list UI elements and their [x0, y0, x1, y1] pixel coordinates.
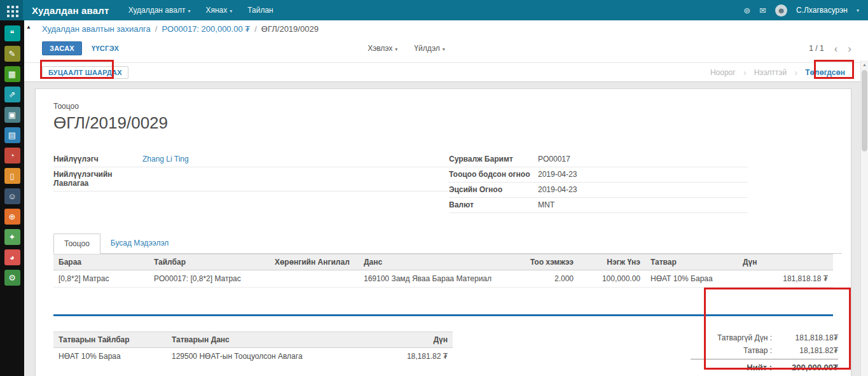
breadcrumb: Худалдан авалтын захиалга / PO00017: 200… [42, 24, 319, 34]
field-group-left: Нийлүүлэгч Zhang Li Ting Нийлүүлэгчийн Л… [53, 152, 449, 213]
status-draft[interactable]: Ноорог [710, 68, 736, 77]
ask-refund-button[interactable]: БУЦААЛТ ШААРДАХ [42, 66, 128, 79]
statusbar: БУЦААЛТ ШААРДАХ Ноорог › Нээлттэй › Төлө… [24, 62, 868, 82]
col-description: Тайлбар [149, 254, 270, 270]
vendor-reference-label: Нийлүүлэгчийн Лавлагаа [53, 170, 142, 188]
invoice-date-value: 2019-04-23 [538, 170, 748, 179]
invoice-line-row[interactable]: [0,8*2] Матрас PO00017: [0,8*2] Матрас 1… [53, 270, 833, 288]
col-tax-description: Татварын Тайлбар [53, 332, 167, 347]
notebook-tabs: Тооцоо Бусад Мэдээлэл [53, 233, 842, 254]
pager-next-icon[interactable]: › [848, 43, 851, 54]
col-amount: Дүн [738, 254, 833, 270]
total-amount-row: Нийт : 200,000.00₮ [691, 359, 838, 374]
menu-control[interactable]: Хянах▾ [205, 6, 232, 15]
menu-purchases[interactable]: Худалдан авалт▾ [128, 6, 191, 15]
pager-previous-icon[interactable]: ‹ [834, 43, 838, 54]
main-menu: Худалдан авалт▾ Хянах▾ Тайлан [128, 6, 273, 15]
vertical-scrollbar[interactable]: ▲ [860, 60, 868, 376]
status-open[interactable]: Нээлттэй [754, 68, 787, 77]
field-row-currency: Валют MNT [449, 198, 748, 213]
vendor-reference-value [142, 170, 449, 188]
scrollbar-thumb[interactable] [862, 70, 867, 151]
col-quantity: Тоо хэмжээ [518, 254, 579, 270]
scrollbar-up-icon[interactable]: ▲ [861, 60, 868, 67]
tab-other-info[interactable]: Бусад Мэдээлэл [100, 233, 179, 253]
col-account: Данс [359, 254, 518, 270]
tax-amount-value: 18,181.82₮ [780, 346, 838, 355]
blue-divider-top [53, 314, 833, 316]
cell-asset-category [270, 270, 359, 287]
grid-dots [7, 6, 10, 8]
tax-line-row[interactable]: НӨАТ 10% Бараа 129500 НӨАТ-ын Тооцуолсон… [53, 348, 453, 365]
col-unit-price: Нэгж Үнэ [579, 254, 645, 270]
field-row-invoice-date: Тооцоо бодсон огноо 2019-04-23 [449, 167, 748, 183]
tax-amount-row: Татвар : 18,181.82₮ [691, 344, 838, 357]
bottom-section: Татварын Тайлбар Татварын Данс Дүн НӨАТ … [53, 331, 842, 376]
app-icon-settings[interactable]: ⚙ [4, 270, 20, 286]
cell-tax-description: НӨАТ 10% Бараа [53, 348, 167, 365]
messages-icon[interactable]: ✉ [759, 6, 766, 15]
source-document-label: Сурвалж Баримт [449, 155, 538, 164]
app-icon-website[interactable]: ⊕ [4, 209, 20, 225]
print-dropdown[interactable]: Хэвлэх▾ [368, 44, 397, 53]
caret-down-icon[interactable]: ▾ [857, 8, 859, 13]
menu-reports[interactable]: Тайлан [247, 6, 273, 15]
app-icon-employees[interactable]: ☺ [4, 188, 20, 204]
breadcrumb-row: ▲ Худалдан авалтын захиалга / PO00017: 2… [24, 20, 868, 38]
breadcrumb-separator: / [155, 24, 158, 34]
tab-invoice-lines[interactable]: Тооцоо [53, 233, 100, 254]
breadcrumb-po00017[interactable]: PO00017: 200,000.00 ₮ [162, 24, 250, 34]
app-title: Худалдан авалт [32, 5, 109, 16]
currency-value: MNT [538, 200, 748, 209]
breadcrumb-separator: / [254, 24, 257, 34]
due-date-label: Эцсийн Огноо [449, 185, 538, 194]
pager-value: 1 / 1 [809, 44, 823, 53]
field-groups: Нийлүүлэгч Zhang Li Ting Нийлүүлэгчийн Л… [53, 152, 842, 213]
untaxed-amount-value: 181,818.18₮ [780, 333, 838, 342]
app-icon-chart[interactable]: ⇗ [4, 87, 20, 102]
field-row-due-date: Эцсийн Огноо 2019-04-23 [449, 183, 748, 198]
cell-unit-price: 100,000.00 [579, 270, 645, 287]
status-steps: Ноорог › Нээлттэй › Төлөгдсөн [710, 67, 845, 78]
caret-down-icon: ▾ [230, 8, 232, 14]
chevron-right-icon: › [794, 67, 797, 78]
caret-down-icon: ▾ [395, 46, 397, 52]
scroll-up-icon[interactable]: ▲ [26, 24, 31, 30]
breadcrumb-purchase-orders[interactable]: Худалдан авалтын захиалга [42, 24, 151, 34]
form-view-container: Тооцоо ӨГЛ/2019/0029 Нийлүүлэгч Zhang Li… [24, 82, 868, 376]
create-button[interactable]: ҮҮСГЭХ [85, 42, 126, 55]
due-date-value: 2019-04-23 [538, 185, 748, 194]
app-icon-accounting[interactable]: ◔ [4, 148, 20, 164]
apps-grid-icon[interactable] [0, 0, 23, 20]
breadcrumb-current: ӨГЛ/2019/0029 [261, 24, 319, 34]
action-dropdown[interactable]: Үйлдэл▾ [414, 44, 444, 53]
tax-section: Татварын Тайлбар Татварын Данс Дүн НӨАТ … [53, 331, 453, 376]
document-title: ӨГЛ/2019/0029 [53, 113, 842, 133]
total-amount-value: 200,000.00₮ [780, 363, 838, 372]
user-menu[interactable]: С.Лхагвасурэн [796, 6, 848, 15]
control-panel: ЗАСАХ ҮҮСГЭХ Хэвлэх▾ Үйлдэл▾ 1 / 1 ‹ › [24, 38, 868, 59]
invoice-lines-table: Бараа Тайлбар Хөрөнгийн Ангилал Данс Тоо… [53, 254, 833, 288]
invoice-sheet: Тооцоо ӨГЛ/2019/0029 Нийлүүлэгч Zhang Li… [35, 88, 851, 376]
vendor-value-link[interactable]: Zhang Li Ting [142, 155, 449, 164]
field-group-right: Сурвалж Баримт PO00017 Тооцоо бодсон огн… [449, 152, 748, 213]
pager: 1 / 1 ‹ › [809, 43, 851, 54]
app-icon-pos[interactable]: ▤ [4, 127, 20, 143]
document-type-label: Тооцоо [53, 102, 842, 111]
app-icon-screen[interactable]: ▣ [4, 107, 20, 123]
app-icon-expenses[interactable]: ◕ [4, 249, 20, 265]
status-paid[interactable]: Төлөгдсөн [805, 68, 845, 77]
navbar-right: ⊚ ✉ ☻ С.Лхагвасурэн ▾ [743, 4, 868, 17]
top-navbar: Худалдан авалт Худалдан авалт▾ Хянах▾ Та… [0, 0, 868, 20]
cell-amount: 181,818.18 ₮ [738, 270, 833, 287]
app-icon-discuss[interactable]: ❝ [4, 25, 20, 41]
notification-icon[interactable]: ⊚ [743, 6, 750, 15]
app-icon-notes[interactable]: ✎ [4, 46, 20, 62]
user-avatar[interactable]: ☻ [775, 4, 787, 17]
source-document-value: PO00017 [538, 155, 748, 164]
app-icon-documents[interactable]: ▯ [4, 168, 20, 184]
app-icon-sales[interactable]: ▦ [4, 66, 20, 82]
tax-header-row: Татварын Тайлбар Татварын Данс Дүн [53, 331, 453, 348]
app-icon-recruitment[interactable]: ✦ [4, 229, 20, 245]
edit-button[interactable]: ЗАСАХ [42, 41, 82, 55]
